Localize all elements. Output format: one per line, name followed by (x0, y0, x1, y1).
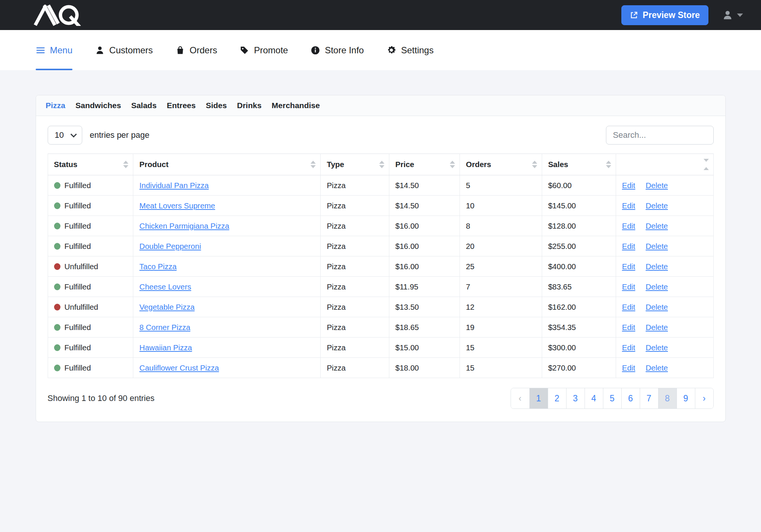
table-row: Fulfilled Double Pepperoni Pizza $16.00 … (48, 236, 713, 256)
delete-link[interactable]: Delete (646, 242, 668, 250)
price-cell: $15.00 (389, 338, 460, 358)
pagination-next[interactable]: › (695, 388, 713, 408)
hamburger-icon (36, 45, 45, 55)
product-link[interactable]: Vegetable Pizza (139, 303, 194, 311)
delete-link[interactable]: Delete (646, 262, 668, 271)
pagination-page-9[interactable]: 9 (677, 388, 695, 408)
tab-salads[interactable]: Salads (131, 101, 157, 110)
product-cell: Hawaiian Pizza (133, 338, 321, 358)
pagination: ‹123456789› (511, 388, 714, 409)
tab-entrees[interactable]: Entrees (167, 101, 196, 110)
product-link[interactable]: Chicken Parmigiana Pizza (139, 222, 229, 230)
pagination-page-4[interactable]: 4 (585, 388, 603, 408)
store-logo[interactable] (34, 4, 82, 26)
nav-item-label: Customers (109, 45, 153, 56)
product-link[interactable]: Cauliflower Crust Pizza (139, 363, 219, 372)
product-cell: Cauliflower Crust Pizza (133, 358, 321, 378)
edit-link[interactable]: Edit (622, 201, 635, 210)
delete-link[interactable]: Delete (646, 282, 668, 291)
price-cell: $18.00 (389, 358, 460, 378)
delete-link[interactable]: Delete (646, 343, 668, 352)
status-label: Fulfilled (65, 201, 91, 210)
actions-cell: Edit Delete (616, 317, 713, 338)
product-cell: Chicken Parmigiana Pizza (133, 216, 321, 236)
tab-drinks[interactable]: Drinks (237, 101, 261, 110)
delete-link[interactable]: Delete (646, 222, 668, 230)
preview-store-button[interactable]: Preview Store (621, 5, 708, 25)
edit-link[interactable]: Edit (622, 181, 635, 190)
table-row: Unfulfilled Taco Pizza Pizza $16.00 25 $… (48, 256, 713, 277)
tab-merchandise[interactable]: Merchandise (272, 101, 320, 110)
pagination-page-6[interactable]: 6 (621, 388, 640, 408)
pagination-page-5[interactable]: 5 (603, 388, 621, 408)
user-menu[interactable] (722, 9, 743, 21)
nav-item-customers[interactable]: Customers (95, 30, 153, 70)
pagination-page-3[interactable]: 3 (566, 388, 585, 408)
orders-cell: 8 (460, 216, 542, 236)
column-header-actions[interactable] (616, 154, 713, 175)
column-header-orders[interactable]: Orders (460, 154, 542, 175)
column-header-price[interactable]: Price (389, 154, 460, 175)
sales-cell: $270.00 (542, 358, 616, 378)
gear-icon (386, 45, 396, 55)
product-link[interactable]: 8 Corner Pizza (139, 323, 190, 332)
nav-item-label: Promote (254, 45, 288, 56)
status-dot-icon (54, 324, 60, 331)
status-cell: Unfulfilled (48, 256, 133, 277)
nav-item-promote[interactable]: Promote (240, 30, 288, 70)
column-label: Status (54, 160, 78, 169)
product-link[interactable]: Meat Lovers Supreme (139, 201, 215, 210)
column-label: Type (327, 160, 344, 169)
pagination-page-8[interactable]: 8 (658, 388, 677, 408)
edit-link[interactable]: Edit (622, 343, 635, 352)
delete-link[interactable]: Delete (646, 303, 668, 311)
tab-sandwiches[interactable]: Sandwiches (75, 101, 121, 110)
page-size-value: 10 (55, 130, 64, 140)
delete-link[interactable]: Delete (646, 181, 668, 190)
status-cell: Fulfilled (48, 175, 133, 196)
type-cell: Pizza (321, 338, 389, 358)
product-link[interactable]: Taco Pizza (139, 262, 176, 271)
nav-item-store-info[interactable]: Store Info (310, 30, 364, 70)
main-nav: Menu Customers Orders Promote Store Info… (0, 30, 761, 70)
delete-link[interactable]: Delete (646, 323, 668, 332)
product-link[interactable]: Double Pepperoni (139, 242, 201, 250)
page-size-select[interactable]: 10 (48, 126, 82, 145)
column-header-type[interactable]: Type (321, 154, 389, 175)
status-label: Fulfilled (65, 323, 91, 332)
nav-item-orders[interactable]: Orders (175, 30, 217, 70)
tag-icon (240, 45, 249, 55)
product-cell: Taco Pizza (133, 256, 321, 277)
edit-link[interactable]: Edit (622, 222, 635, 230)
product-link[interactable]: Hawaiian Pizza (139, 343, 192, 352)
search-input[interactable] (606, 126, 714, 145)
nav-item-menu[interactable]: Menu (36, 30, 72, 70)
delete-link[interactable]: Delete (646, 363, 668, 372)
column-header-sales[interactable]: Sales (542, 154, 616, 175)
edit-link[interactable]: Edit (622, 363, 635, 372)
status-cell: Fulfilled (48, 317, 133, 338)
column-header-product[interactable]: Product (133, 154, 321, 175)
status-label: Fulfilled (65, 242, 91, 251)
edit-link[interactable]: Edit (622, 282, 635, 291)
table-footer: Showing 1 to 10 of 90 entries ‹123456789… (48, 388, 714, 409)
pagination-page-1[interactable]: 1 (529, 388, 548, 408)
edit-link[interactable]: Edit (622, 262, 635, 271)
edit-link[interactable]: Edit (622, 242, 635, 250)
column-header-status[interactable]: Status (48, 154, 133, 175)
edit-link[interactable]: Edit (622, 323, 635, 332)
topbar-right: Preview Store (621, 5, 743, 25)
status-cell: Fulfilled (48, 216, 133, 236)
table-row: Fulfilled Cheese Lovers Pizza $11.95 7 $… (48, 277, 713, 297)
tab-sides[interactable]: Sides (206, 101, 227, 110)
orders-cell: 19 (460, 317, 542, 338)
edit-link[interactable]: Edit (622, 303, 635, 311)
nav-item-settings[interactable]: Settings (386, 30, 434, 70)
delete-link[interactable]: Delete (646, 201, 668, 210)
tab-pizza[interactable]: Pizza (46, 101, 66, 110)
pagination-page-7[interactable]: 7 (640, 388, 658, 408)
product-cell: Meat Lovers Supreme (133, 196, 321, 216)
pagination-page-2[interactable]: 2 (548, 388, 566, 408)
product-link[interactable]: Individual Pan Pizza (139, 181, 209, 190)
product-link[interactable]: Cheese Lovers (139, 282, 191, 291)
